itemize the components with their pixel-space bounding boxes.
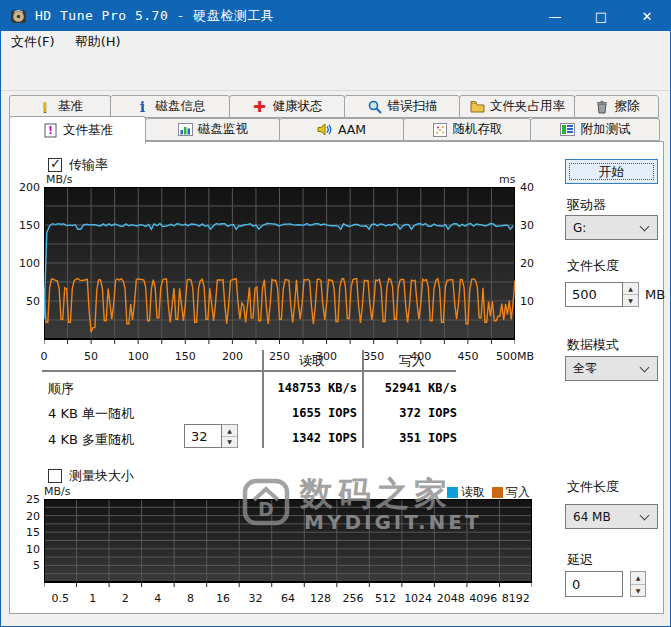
benchmark-icon: ! [37, 99, 53, 115]
tab-benchmark[interactable]: ! 基准 [9, 95, 111, 118]
4k-multi-read-value: 1342 IOPS [247, 431, 357, 445]
stepper-down-icon[interactable]: ▼ [623, 295, 638, 306]
trash-icon [594, 99, 610, 115]
tab-extra-tests[interactable]: 附加测试 [530, 118, 660, 141]
tab-disk-monitor[interactable]: 磁盘监视 [145, 118, 280, 141]
sequential-write-value: 52941 KB/s [347, 381, 457, 395]
axis-tick-label: 150 [165, 350, 205, 363]
top-chart-yleft-unit: MB/s [46, 173, 72, 186]
queue-depth-stepper[interactable]: 32 ▲▼ [184, 424, 238, 448]
delay-label: 延迟 [567, 551, 593, 569]
read-column-header: 读取 [267, 352, 357, 370]
write-legend-swatch [492, 487, 503, 498]
axis-tick-label: 20 [520, 257, 544, 270]
delay-value[interactable]: 0 [565, 571, 623, 597]
stepper-down-icon[interactable]: ▼ [222, 437, 237, 448]
axis-tick-label: 10 [12, 543, 40, 556]
data-mode-label: 数据模式 [567, 336, 619, 354]
delay-input-group[interactable]: 0 ▲▼ [565, 571, 646, 597]
tab-label: 错误扫描 [388, 98, 438, 115]
top-chart-yright-unit: ms [499, 173, 515, 186]
toolbar: USB SanDisk 3.2Gen1 (61 GB) — ℃ [1, 53, 670, 91]
chevron-down-icon [640, 510, 650, 520]
chevron-down-icon [640, 221, 650, 231]
drive-select[interactable]: G: [565, 215, 658, 240]
menu-help[interactable]: 帮助(H) [65, 31, 131, 53]
axis-tick-label: 30 [520, 219, 544, 232]
app-disk-icon [10, 8, 27, 25]
drive-label: 驱动器 [567, 196, 606, 214]
tab-health[interactable]: ✚ 健康状态 [229, 95, 345, 118]
axis-tick-label: 50 [12, 295, 40, 308]
maximize-button[interactable]: □ [578, 1, 624, 31]
tab-label: 附加测试 [581, 121, 631, 138]
tab-random-access[interactable]: 随机存取 [403, 118, 531, 141]
app-window: HD Tune Pro 5.70 - 硬盘检测工具 — □ ✕ 文件(F) 帮助… [0, 0, 671, 627]
tab-file-benchmark[interactable]: ! 文件基准 [9, 116, 146, 144]
checkbox-label: 测量块大小 [69, 467, 134, 485]
tab-label: 擦除 [615, 98, 640, 115]
tab-disk-info[interactable]: i 磁盘信息 [110, 95, 230, 118]
stepper-buttons[interactable]: ▲▼ [630, 571, 646, 597]
drive-select-value: G: [566, 221, 637, 235]
sequential-read-value: 148753 KB/s [247, 381, 357, 395]
bottom-chart-yleft-unit: MB/s [44, 485, 70, 498]
axis-tick-label: 15 [12, 526, 40, 539]
block-size-checkbox[interactable]: 测量块大小 [48, 467, 134, 485]
file-benchmark-page: 传输率 MB/s ms 20015010050 40302010 0501001… [9, 141, 664, 614]
tab-label: 磁盘信息 [156, 98, 206, 115]
close-button[interactable]: ✕ [624, 1, 670, 31]
tab-aam[interactable]: AAM [279, 118, 404, 141]
scatter-dots-icon [432, 122, 448, 138]
data-mode-select[interactable]: 全零 [565, 356, 658, 381]
data-mode-value: 全零 [566, 360, 637, 377]
axis-tick-label: 8192 [496, 592, 536, 605]
axis-tick-label: 150 [12, 219, 40, 232]
monitor-chart-icon [177, 122, 193, 138]
stepper-up-icon[interactable]: ▲ [631, 572, 645, 585]
file-length-stepper[interactable]: 500 ▲▼ MB [565, 282, 665, 307]
block-size-chart [44, 499, 532, 588]
file-length2-select[interactable]: 64 MB [565, 504, 658, 529]
4k-single-read-value: 1655 IOPS [247, 406, 357, 420]
stepper-up-icon[interactable]: ▲ [623, 283, 638, 295]
tab-label: 健康状态 [273, 98, 323, 115]
checkbox-unchecked-icon [48, 469, 62, 483]
minimize-button[interactable]: — [532, 1, 578, 31]
axis-tick-label: 25 [12, 493, 40, 506]
stepper-up-icon[interactable]: ▲ [222, 425, 237, 437]
start-button[interactable]: 开始 [565, 159, 658, 184]
file-length-value[interactable]: 500 [565, 282, 623, 307]
tab-label: 随机存取 [453, 121, 503, 138]
info-icon: i [135, 99, 151, 115]
transfer-rate-chart [44, 187, 515, 345]
axis-tick-label: 200 [12, 181, 40, 194]
title-bar: HD Tune Pro 5.70 - 硬盘检测工具 — □ ✕ [1, 1, 670, 31]
stepper-buttons[interactable]: ▲▼ [222, 424, 238, 448]
transfer-rate-checkbox[interactable]: 传输率 [48, 156, 108, 174]
tab-folder-usage[interactable]: 文件夹占用率 [459, 95, 575, 118]
file-length2-value: 64 MB [566, 510, 637, 524]
axis-tick-label: 100 [118, 350, 158, 363]
tab-row-1: ! 基准 i 磁盘信息 ✚ 健康状态 错误扫描 文件夹占用率 擦除 [9, 95, 658, 118]
table-header-rule [42, 370, 456, 372]
magnifier-icon [367, 99, 383, 115]
stepper-buttons[interactable]: ▲▼ [623, 282, 639, 307]
menu-file[interactable]: 文件(F) [1, 31, 65, 53]
menu-bar: 文件(F) 帮助(H) [1, 31, 670, 53]
folder-icon [469, 99, 485, 115]
tab-label: 磁盘监视 [198, 121, 248, 138]
queue-depth-value[interactable]: 32 [184, 424, 222, 448]
tab-label: 基准 [58, 98, 83, 115]
axis-tick-label: 40 [520, 181, 544, 194]
4k-multi-write-value: 351 IOPS [347, 431, 457, 445]
axis-tick-label: 500MB [495, 350, 535, 363]
checkbox-label: 传输率 [69, 156, 108, 174]
stepper-down-icon[interactable]: ▼ [631, 585, 645, 597]
speaker-icon [317, 122, 333, 138]
tab-erase[interactable]: 擦除 [574, 95, 659, 118]
axis-tick-label: 50 [71, 350, 111, 363]
axis-tick-label: 0 [24, 350, 64, 363]
tab-error-scan[interactable]: 错误扫描 [344, 95, 460, 118]
row-sequential-label: 顺序 [48, 380, 74, 398]
